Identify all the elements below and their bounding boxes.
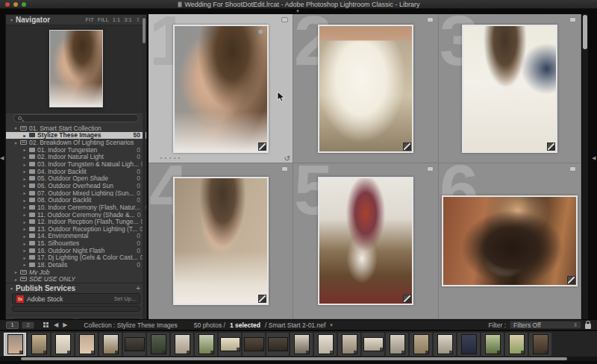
adobe-stock-service[interactable]: St Adobe Stock Set Up... <box>12 293 140 304</box>
left-panel-collapse-arrow[interactable]: ◀ <box>0 155 4 161</box>
rotate-photo-icon[interactable]: ↺ <box>284 154 290 163</box>
filmstrip-thumb-23[interactable] <box>529 333 551 356</box>
filmstrip-thumb-18[interactable] <box>410 333 432 356</box>
filmstrip-thumb-8[interactable] <box>171 333 193 356</box>
disclosure-triangle-icon[interactable]: ▸ <box>22 262 27 267</box>
collection-item-07-outdoor-mixed-lighting-sun[interactable]: ▸07. Outdoor Mixed Lighting (Sun...0 <box>6 189 146 197</box>
publish-collapse-icon[interactable]: ▾ <box>10 286 13 291</box>
filmstrip-thumb-2[interactable] <box>28 333 50 356</box>
cell-marker-icon[interactable] <box>427 166 434 172</box>
filmstrip-thumb-12[interactable] <box>266 333 289 356</box>
disclosure-triangle-icon[interactable]: ▸ <box>22 147 27 152</box>
filmstrip-thumb-21[interactable] <box>481 333 504 356</box>
bride-veil-photo[interactable] <box>462 25 557 153</box>
filmstrip-thumb-19[interactable] <box>434 333 456 356</box>
grid-cell-4[interactable]: 4 <box>149 163 293 319</box>
collection-item-18-details[interactable]: ▸18. Details0 <box>6 261 146 269</box>
navigator-zoom-option-fit[interactable]: FIT <box>86 16 94 23</box>
navigator-zoom-option-fill[interactable]: FILL <box>98 16 109 23</box>
close-window-icon[interactable] <box>5 2 10 7</box>
disclosure-triangle-icon[interactable]: ▸ <box>22 219 27 225</box>
collection-item-12-indoor-recption-flash-tunge[interactable]: ▸12. Indoor Recption (Flash, Tunge...0 <box>6 218 146 225</box>
collection-item-05-outdoor-open-shade[interactable]: ▸05. Outdoor Open Shade0 <box>6 175 146 182</box>
grid-cell-5[interactable]: 5 <box>293 163 439 319</box>
view-preset-button-2[interactable]: 2 <box>22 321 34 329</box>
collection-item-17-dj-lighting-gels-color-cast[interactable]: ▸17. Dj Lighting (Gels & Color Cast...0 <box>6 254 146 262</box>
view-preset-button-1[interactable]: 1 <box>6 321 19 329</box>
filmstrip-thumb-10[interactable] <box>219 333 241 356</box>
filmstrip-thumb-14[interactable] <box>314 333 337 356</box>
church-ceremony-photo[interactable] <box>318 177 413 305</box>
filmstrip-thumb-5[interactable] <box>99 333 122 356</box>
navigator-zoom-more-icon[interactable]: ⇕ <box>136 16 140 23</box>
filmstrip-scrollbar-thumb[interactable] <box>21 357 567 360</box>
collection-item-16-outdoor-night-flash[interactable]: ▸16. Outdoor Night Flash0 <box>6 247 146 254</box>
filter-lock-icon[interactable] <box>585 324 591 329</box>
top-panel-collapse-icon[interactable]: ▼ <box>296 9 300 13</box>
left-panel-scrollbar[interactable] <box>143 16 146 327</box>
filmstrip-thumb-4[interactable] <box>75 333 98 356</box>
collection-search-input[interactable] <box>13 114 139 122</box>
disclosure-triangle-icon[interactable]: ▸ <box>22 204 27 210</box>
grid-cell-1[interactable]: 1↺ <box>149 14 293 163</box>
rating-dots[interactable] <box>160 157 180 159</box>
grid-view-icon[interactable] <box>43 322 49 328</box>
publish-service-row[interactable] <box>12 306 140 312</box>
previous-photo-icon[interactable]: ◀ <box>54 321 58 328</box>
filmstrip-thumb-6[interactable] <box>123 333 146 356</box>
right-panel-expand-arrow[interactable]: ◀ <box>592 155 596 161</box>
grid-cell-6[interactable]: 6 <box>439 163 581 319</box>
bridal-portrait-photo[interactable] <box>173 177 269 305</box>
filmstrip-thumb-9[interactable] <box>195 333 217 356</box>
disclosure-triangle-icon[interactable]: ▸ <box>13 269 18 274</box>
collection-item-01-indoor-tungesten[interactable]: ▸01. Indoor Tungesten0 <box>6 146 146 154</box>
disclosure-triangle-icon[interactable]: ▸ <box>13 277 18 282</box>
filmstrip-thumb-20[interactable] <box>457 333 480 356</box>
disclosure-triangle-icon[interactable]: ▸ <box>22 212 27 217</box>
navigator-zoom-option-1-1[interactable]: 1:1 <box>113 16 120 23</box>
collection-item-11-outdoor-ceremony-shade[interactable]: ▸11. Outdoor Ceremony (Shade &...0 <box>6 211 146 219</box>
navigator-zoom-option-3-1[interactable]: 3:1 <box>124 16 131 23</box>
filter-dropdown[interactable]: Filters Off ⇕ <box>510 321 581 329</box>
cell-marker-icon[interactable] <box>427 17 434 22</box>
filmstrip-thumb-3[interactable] <box>51 333 74 356</box>
collection-item-04-indoor-backlit[interactable]: ▸04. Indoor Backlit0 <box>6 168 146 175</box>
disclosure-triangle-icon[interactable]: ▸ <box>22 233 27 239</box>
grid-scrollbar-thumb[interactable] <box>583 15 587 49</box>
cell-marker-icon[interactable] <box>569 17 576 22</box>
filmstrip-thumb-13[interactable] <box>290 333 313 356</box>
disclosure-triangle-icon[interactable]: ▸ <box>22 255 27 260</box>
disclosure-triangle-icon[interactable]: ▾ <box>13 140 18 145</box>
collection-set-02-breakdown-of-lighting-scenarios[interactable]: ▾02. Breakdown Of Lighting Scenarios <box>6 139 146 146</box>
cell-marker-icon[interactable] <box>281 166 288 172</box>
navigator-preview[interactable] <box>6 25 146 113</box>
disclosure-triangle-icon[interactable]: ▸ <box>22 183 27 188</box>
filmstrip-thumb-16[interactable] <box>362 333 384 356</box>
collection-item-13-outdoor-reception-lighting-t[interactable]: ▸13. Outdoor Reception Lighting (T...0 <box>6 225 146 233</box>
cell-marker-icon[interactable] <box>569 166 576 172</box>
makeup-prep-photo[interactable] <box>173 25 269 153</box>
disclosure-triangle-icon[interactable]: ▸ <box>22 133 27 138</box>
disclosure-triangle-icon[interactable]: ▸ <box>22 162 27 167</box>
disclosure-triangle-icon[interactable]: ▸ <box>22 248 27 253</box>
zoom-window-icon[interactable] <box>22 2 26 7</box>
bride-window-reading-photo[interactable] <box>318 25 413 153</box>
grid-cell-2[interactable]: 2 <box>293 14 439 163</box>
minimize-window-icon[interactable] <box>13 2 18 7</box>
collection-item-10-indoor-ceremony-flash-natur[interactable]: ▸10. Indoor Ceremony (Flash, Natur...0 <box>6 204 146 211</box>
next-photo-icon[interactable]: ▶ <box>63 321 67 328</box>
grid-scrollbar[interactable] <box>582 14 588 319</box>
disclosure-triangle-icon[interactable]: ▸ <box>22 198 27 203</box>
collection-item-stylize-these-images[interactable]: ▸Stylize These Images50 <box>6 132 146 139</box>
collection-set-my-job[interactable]: ▸My Job <box>6 269 146 276</box>
grid-cell-3[interactable]: 3 <box>439 14 581 163</box>
navigator-collapse-icon[interactable]: ▾ <box>10 17 13 22</box>
collection-item-02-indoor-natural-light[interactable]: ▸02. Indoor Natural Light0 <box>6 154 146 161</box>
filmstrip-thumb-17[interactable] <box>386 333 408 356</box>
collection-item-08-outdoor-backlit[interactable]: ▸08. Outdoor Backlit0 <box>6 196 146 204</box>
collection-item-06-outdoor-overhead-sun[interactable]: ▸06. Outdoor Overhead Sun0 <box>6 182 146 189</box>
filmstrip-scrollbar[interactable] <box>0 357 597 361</box>
set-up-button[interactable]: Set Up... <box>114 295 136 302</box>
collection-set-sde-use-only[interactable]: ▸SDE USE ONLY <box>6 275 146 283</box>
add-publish-service-button[interactable]: + <box>136 284 140 292</box>
